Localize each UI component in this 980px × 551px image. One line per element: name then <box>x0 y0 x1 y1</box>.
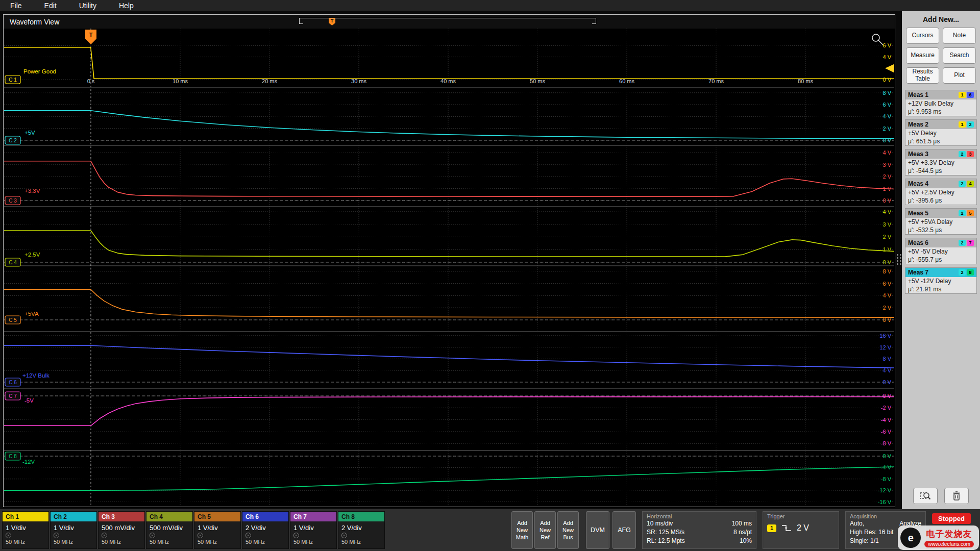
plot-button[interactable]: Plot <box>943 67 976 84</box>
add-new-bus-button[interactable]: Add New Bus <box>557 511 579 549</box>
horizontal-panel[interactable]: Horizontal 10 ms/div 100 ms SR: 125 MS/s… <box>642 511 756 549</box>
panel-splitter-grip[interactable] <box>897 254 901 269</box>
channel-block-ch-8[interactable]: Ch 82 V/div50 MHz <box>338 511 385 549</box>
rail-label-12v-bulk: +12V Bulk <box>22 372 50 379</box>
channel-block-ch-3[interactable]: Ch 3500 mV/div50 MHz <box>98 511 145 549</box>
probe-icon <box>150 533 155 538</box>
zoom-tool-button[interactable] <box>913 488 938 504</box>
acquisition-single: Single: 1/1 <box>850 537 879 545</box>
channel-block-ch-5[interactable]: Ch 51 V/div50 MHz <box>194 511 241 549</box>
measurement-name: Meas 4 <box>908 180 928 187</box>
measurement-header[interactable]: Meas 525 <box>905 209 976 218</box>
source-chip-ch1: 1 <box>959 92 966 98</box>
afg-button[interactable]: AFG <box>612 511 636 549</box>
measurement-name: Meas 7 <box>908 269 928 276</box>
trigger-panel[interactable]: Trigger 1 2 V <box>763 511 839 549</box>
measurement-card-meas-5[interactable]: Meas 525+5V +5VA Delayμ': -532.5 μs <box>905 208 977 235</box>
trigger-source-badge: 1 <box>767 524 776 532</box>
zoom-overview-bar[interactable]: T <box>299 18 596 25</box>
delete-tool-button[interactable] <box>944 488 969 504</box>
dvm-button[interactable]: DVM <box>586 511 609 549</box>
search-button[interactable]: Search <box>943 47 976 64</box>
channel-block-ch-6[interactable]: Ch 62 V/div50 MHz <box>242 511 289 549</box>
channel-bandwidth: 50 MHz <box>102 539 144 545</box>
measurement-header[interactable]: Meas 424 <box>905 179 976 188</box>
axis-tick-label: 0 V <box>883 137 891 143</box>
axis-tick-label: -16 V <box>878 499 892 505</box>
rail-label-5va: +5VA <box>24 311 39 317</box>
zoom-trigger-marker[interactable]: T <box>329 18 335 26</box>
source-chip-ch2: 2 <box>959 151 966 157</box>
magnifier-icon[interactable] <box>872 34 879 41</box>
menu-item-help[interactable]: Help <box>119 2 134 10</box>
probe-icon <box>293 533 299 538</box>
zoom-left-bracket[interactable] <box>299 18 303 24</box>
measurement-card-meas-7[interactable]: Meas 728+5V -12V Delayμ': 21.91 ms <box>905 267 977 294</box>
axis-tick-label: 0 V <box>883 259 891 265</box>
menu-item-utility[interactable]: Utility <box>79 2 96 10</box>
axis-tick-label: 2 V <box>883 173 891 180</box>
channel-block-ch-2[interactable]: Ch 21 V/div50 MHz <box>50 511 97 549</box>
measurement-name: Meas 3 <box>908 151 928 158</box>
measurement-title: +5V -12V Delay <box>905 277 976 285</box>
probe-icon <box>341 533 347 538</box>
probe-icon <box>246 533 251 538</box>
axis-tick-label: 4 V <box>883 54 891 60</box>
measure-button[interactable]: Measure <box>906 47 939 64</box>
source-chip-ch2: 2 <box>959 269 966 276</box>
measurement-card-meas-4[interactable]: Meas 424+5V +2.5V Delayμ': -395.6 μs <box>905 179 977 205</box>
watermark-url: www.elecfans.com <box>924 541 974 547</box>
channel-bandwidth: 50 MHz <box>198 539 240 545</box>
results-table-button[interactable]: Results Table <box>906 67 939 84</box>
measurement-header[interactable]: Meas 627 <box>905 238 976 247</box>
trigger-level-arrow[interactable] <box>885 64 894 73</box>
rail-label-3-3v: +3.3V <box>24 188 40 194</box>
axis-tick-label: 4 V <box>883 367 891 373</box>
channel-bandwidth-row: 50 MHz <box>194 532 240 545</box>
source-chip-ch3: 3 <box>967 151 974 157</box>
axis-tick-label: 4 V <box>883 292 891 298</box>
channel-bandwidth-row: 50 MHz <box>51 532 96 545</box>
axis-tick-label: -8 V <box>881 440 892 446</box>
axis-tick-label: -12 V <box>878 487 892 493</box>
measurement-header[interactable]: Meas 728 <box>905 268 976 277</box>
measurement-card-meas-6[interactable]: Meas 627+5V -5V Delayμ': -555.7 μs <box>905 238 977 264</box>
channel-bandwidth: 50 MHz <box>246 539 288 545</box>
axis-tick-label: 8 V <box>883 268 891 274</box>
cursors-button[interactable]: Cursors <box>906 28 939 44</box>
axis-tick-label: 8 V <box>883 90 891 96</box>
channel-bandwidth: 50 MHz <box>150 539 192 545</box>
measurement-header[interactable]: Meas 212 <box>905 120 976 129</box>
probe-icon <box>102 533 107 538</box>
probe-icon <box>198 533 203 538</box>
axis-tick-label: 0 V <box>883 77 891 83</box>
measurement-card-meas-2[interactable]: Meas 212+5V Delayμ': 651.5 μs <box>905 119 977 146</box>
menu-item-edit[interactable]: Edit <box>44 2 57 10</box>
axis-tick-label: 1 V <box>883 246 891 253</box>
channel-scale: 500 mV/div <box>99 521 144 532</box>
channel-block-ch-7[interactable]: Ch 71 V/div50 MHz <box>290 511 337 549</box>
measurement-header[interactable]: Meas 116 <box>905 90 976 99</box>
axis-tick-label: -6 V <box>881 429 892 435</box>
measurement-value: μ': -395.6 μs <box>905 196 976 205</box>
channel-block-ch-1[interactable]: Ch 11 V/div50 MHz <box>2 511 49 549</box>
axis-tick-label: 8 V <box>883 356 891 362</box>
zoom-area-icon <box>920 491 931 501</box>
add-new-ref-button[interactable]: Add New Ref <box>534 511 556 549</box>
zoom-right-bracket[interactable] <box>592 18 596 24</box>
menu-item-file[interactable]: File <box>10 2 22 10</box>
axis-tick-label: 6 V <box>883 281 891 287</box>
note-button[interactable]: Note <box>943 28 976 44</box>
measurement-header[interactable]: Meas 323 <box>905 149 976 159</box>
measurement-card-meas-1[interactable]: Meas 116+12V Bulk Delayμ': 9.953 ms <box>905 90 977 116</box>
measurement-source-chips: 27 <box>958 240 974 246</box>
waveform-plot: 6 V4 V0 VC 1Power Good8 V6 V4 V2 V0 VC 2… <box>4 29 894 505</box>
add-new-math-button[interactable]: Add New Math <box>511 511 533 549</box>
run-stop-status[interactable]: Stopped <box>932 513 971 524</box>
measurement-card-meas-3[interactable]: Meas 323+5V +3.3V Delayμ': -544.5 μs <box>905 149 977 176</box>
axis-tick-label: 12 V <box>879 344 891 350</box>
channel-block-ch-4[interactable]: Ch 4500 mV/div50 MHz <box>146 511 193 549</box>
acquisition-highres: High Res: 16 bit <box>850 528 893 537</box>
channel-bandwidth: 50 MHz <box>341 539 384 545</box>
axis-tick-label: 3 V <box>883 162 891 168</box>
